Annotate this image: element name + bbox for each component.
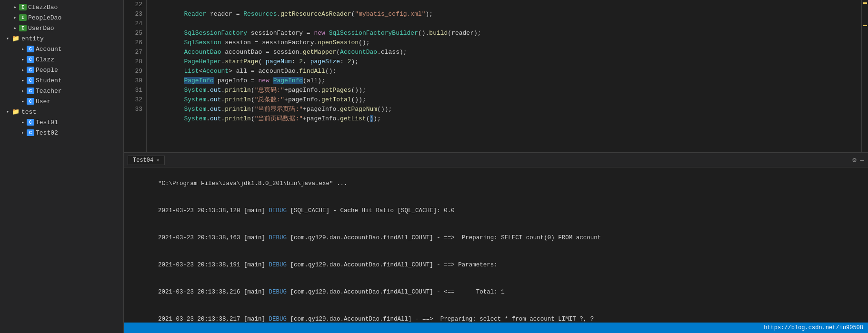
tree-item-peopledao[interactable]: I PeopleDao [0, 12, 123, 23]
terminal-log-4: 2021-03-23 20:13:38,217 [main] DEBUG [co… [130, 306, 862, 323]
icon-folder-entity: 📁 [11, 35, 20, 42]
icon-class-people: C [27, 67, 34, 73]
terminal-log-1: 2021-03-23 20:13:38,163 [main] DEBUG [co… [130, 225, 862, 252]
icon-class-clazz: C [27, 56, 34, 63]
icon-class-test02: C [27, 129, 34, 136]
code-lines[interactable]: Reader reader = Resources.getResourceAsR… [147, 0, 861, 152]
terminal-tab-label: Test04 [133, 157, 153, 164]
label-user: User [36, 98, 50, 105]
icon-class-account: C [27, 46, 34, 52]
line-23: 23 [124, 10, 142, 19]
tree-item-teacher[interactable]: C Teacher [0, 86, 123, 96]
icon-class-test01: C [27, 119, 34, 126]
label-userdao: UserDao [28, 25, 54, 32]
terminal-tab-controls: ⚙ — [852, 156, 864, 164]
label-clazzdao: ClazzDao [28, 4, 58, 11]
label-student: Student [36, 77, 62, 84]
terminal-area: Test04 ✕ ⚙ — "C:\Program Files\Java\jdk1… [124, 152, 868, 333]
terminal-log-3: 2021-03-23 20:13:38,216 [main] DEBUG [co… [130, 279, 862, 306]
label-entity: entity [21, 35, 44, 42]
tree-item-entity[interactable]: 📁 entity [0, 33, 123, 44]
tree-arrow-test01[interactable] [19, 118, 27, 126]
line-29: 29 [124, 67, 142, 76]
scrollbar-mark-yellow2 [863, 25, 867, 26]
tree-arrow-entity[interactable] [4, 35, 11, 42]
label-people: People [36, 67, 58, 74]
label-teacher: Teacher [36, 88, 62, 95]
label-peopledao: PeopleDao [28, 14, 61, 21]
status-bar: https://blog.csdn.net/iu90508 [124, 323, 868, 333]
code-line-24: SqlSessionFactory sessionFactory = new S… [154, 19, 861, 29]
icon-class-teacher: C [27, 88, 34, 94]
code-editor: 22 23 24 25 26 27 28 29 30 31 32 33 Read… [124, 0, 868, 152]
icon-interface-peopledao: I [19, 14, 27, 21]
line-25: 25 [124, 29, 142, 38]
settings-icon[interactable]: ⚙ [852, 156, 856, 164]
code-line-22: Reader reader = Resources.getResourceAsR… [154, 0, 861, 10]
icon-interface-clazzdao: I [19, 4, 27, 10]
line-28: 28 [124, 57, 142, 67]
editor-scrollbar[interactable] [861, 0, 868, 152]
icon-class-user: C [27, 98, 34, 105]
line-32: 32 [124, 95, 142, 105]
line-31: 31 [124, 86, 142, 95]
tree-arrow-student[interactable] [19, 77, 27, 84]
tree-arrow-test02[interactable] [19, 129, 27, 137]
tree-item-clazzdao[interactable]: I ClazzDao [0, 2, 123, 12]
scrollbar-mark-yellow [863, 2, 867, 4]
tree-arrow-peopledao[interactable] [11, 14, 19, 21]
icon-class-student: C [27, 77, 34, 84]
terminal-content[interactable]: "C:\Program Files\Java\jdk1.8.0_201\bin\… [124, 167, 868, 323]
terminal-tab-test04[interactable]: Test04 ✕ [128, 156, 165, 165]
line-30: 30 [124, 76, 142, 86]
tree-item-clazz[interactable]: C Clazz [0, 54, 123, 65]
tree-item-account[interactable]: C Account [0, 44, 123, 54]
line-33: 33 [124, 105, 142, 114]
line-24: 24 [124, 19, 142, 29]
tree-arrow-userdao[interactable] [11, 24, 19, 32]
tree-item-test02[interactable]: C Test02 [0, 127, 123, 138]
tree-arrow-clazz[interactable] [19, 56, 27, 63]
terminal-cmd-line: "C:\Program Files\Java\jdk1.8.0_201\bin\… [130, 170, 862, 197]
label-test01: Test01 [36, 119, 58, 126]
tree-arrow-clazzdao[interactable] [11, 3, 19, 11]
tree-arrow-account[interactable] [19, 45, 27, 53]
minimize-icon[interactable]: — [860, 157, 864, 164]
line-27: 27 [124, 48, 142, 57]
tree-arrow-user[interactable] [19, 98, 27, 105]
line-22: 22 [124, 0, 142, 10]
label-account: Account [36, 46, 62, 53]
tree-item-student[interactable]: C Student [0, 75, 123, 86]
tree-arrow-people[interactable] [19, 66, 27, 74]
icon-folder-test: 📁 [11, 108, 20, 116]
tree-item-people[interactable]: C People [0, 65, 123, 75]
tree-arrow-teacher[interactable] [19, 87, 27, 95]
tree-item-test01[interactable]: C Test01 [0, 117, 123, 127]
label-clazz: Clazz [36, 56, 54, 63]
status-url: https://blog.csdn.net/iu90508 [764, 324, 863, 331]
tree-item-test[interactable]: 📁 test [0, 107, 123, 117]
terminal-tab-close-icon[interactable]: ✕ [156, 157, 160, 163]
label-test: test [21, 108, 36, 116]
tree-arrow-test[interactable] [4, 108, 11, 116]
file-tree-sidebar: I ClazzDao I PeopleDao I UserDao 📁 entit… [0, 0, 124, 333]
terminal-log-0: 2021-03-23 20:13:38,120 [main] DEBUG [SQ… [130, 197, 862, 225]
tree-item-userdao[interactable]: I UserDao [0, 23, 123, 33]
terminal-tab-bar: Test04 ✕ ⚙ — [124, 153, 868, 167]
line-numbers: 22 23 24 25 26 27 28 29 30 31 32 33 [124, 0, 147, 152]
terminal-log-2: 2021-03-23 20:13:38,191 [main] DEBUG [co… [130, 252, 862, 279]
label-test02: Test02 [36, 129, 58, 137]
line-26: 26 [124, 38, 142, 48]
terminal-cmd-text: "C:\Program Files\Java\jdk1.8.0_201\bin\… [158, 180, 348, 187]
main-area: 22 23 24 25 26 27 28 29 30 31 32 33 Read… [124, 0, 868, 333]
tree-item-user[interactable]: C User [0, 96, 123, 107]
icon-interface-userdao: I [19, 25, 27, 31]
